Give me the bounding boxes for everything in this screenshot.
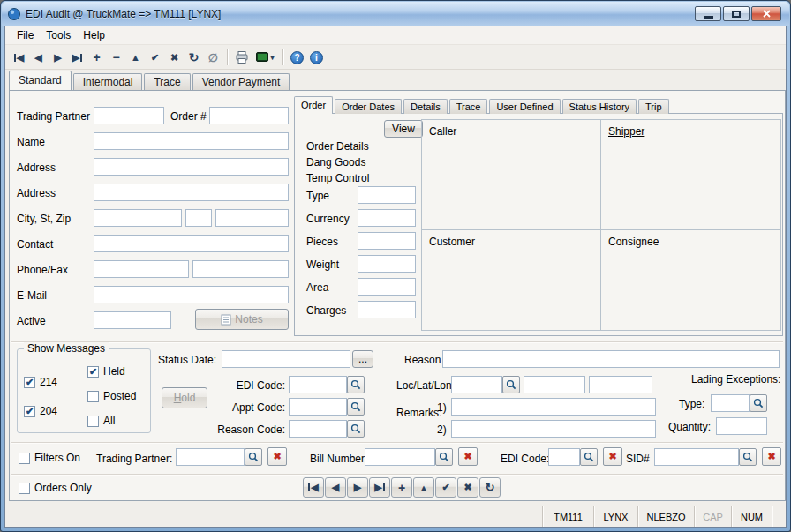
quantity-input[interactable] [716, 417, 767, 435]
checkbox-214[interactable]: ✔ [24, 377, 35, 388]
toolbar-next-button[interactable]: ▶ [49, 49, 67, 67]
tab-order-trace[interactable]: Trace [449, 99, 488, 114]
checkbox-held[interactable]: ✔ [87, 366, 99, 378]
orders-only-checkbox[interactable] [19, 483, 30, 494]
type-input[interactable] [358, 186, 416, 204]
status-date-browse-button[interactable]: ... [352, 350, 373, 368]
filter-sid-clear-button[interactable]: ✖ [762, 447, 781, 466]
nav-insert-button[interactable]: + [391, 477, 412, 498]
trading-partner-input[interactable] [94, 107, 164, 124]
pieces-input[interactable] [358, 232, 416, 250]
close-button[interactable] [751, 6, 781, 21]
notes-button[interactable]: Notes [195, 309, 289, 330]
nav-refresh-button[interactable]: ↻ [479, 477, 501, 498]
contact-input[interactable] [94, 235, 289, 252]
toolbar-cancel-button[interactable]: ✖ [165, 49, 184, 67]
lat-input[interactable] [524, 376, 585, 393]
weight-input[interactable] [358, 255, 416, 273]
tab-status-history[interactable]: Status History [562, 99, 637, 114]
lon-input[interactable] [589, 376, 652, 393]
filter-trading-partner-lookup-button[interactable] [245, 448, 262, 466]
filter-edi-code-lookup-button[interactable] [580, 448, 598, 466]
filter-bill-number-input[interactable] [365, 448, 435, 466]
minimize-button[interactable] [695, 6, 721, 21]
menu-help[interactable]: Help [77, 27, 111, 43]
reason-input[interactable] [442, 350, 780, 368]
filter-bill-number-clear-button[interactable]: ✖ [458, 447, 478, 466]
toolbar-insert-button[interactable]: + [87, 49, 106, 67]
edi-code-input[interactable] [289, 376, 347, 393]
tab-trip[interactable]: Trip [638, 99, 669, 114]
maximize-button[interactable] [723, 6, 750, 21]
reason-code-lookup-button[interactable] [347, 420, 365, 438]
filter-sid-lookup-button[interactable] [739, 448, 757, 466]
filter-sid-input[interactable] [654, 448, 739, 466]
toolbar-refresh-button[interactable]: ↻ [185, 49, 203, 67]
toolbar-info-button[interactable]: i [307, 49, 326, 67]
toolbar-prior-button[interactable]: ◀ [29, 49, 48, 67]
loc-lookup-button[interactable] [502, 376, 520, 393]
menu-file[interactable]: File [11, 27, 40, 43]
chevron-down-icon[interactable]: ▾ [270, 53, 275, 62]
filters-on-checkbox[interactable] [19, 453, 30, 464]
filter-bill-number-lookup-button[interactable] [435, 448, 453, 466]
edi-code-lookup-button[interactable] [347, 376, 365, 393]
remark1-input[interactable] [451, 398, 656, 416]
nav-last-button[interactable]: ▶ [369, 477, 390, 498]
nav-cancel-button[interactable]: ✖ [457, 477, 478, 498]
nav-prior-button[interactable]: ◀ [325, 477, 346, 498]
nav-edit-button[interactable]: ▲ [413, 477, 434, 498]
view-button[interactable]: View [384, 120, 423, 138]
fax-input[interactable] [192, 260, 289, 278]
tab-order-dates[interactable]: Order Dates [335, 99, 402, 114]
toolbar-print-button[interactable] [232, 49, 251, 67]
toolbar-edit-button[interactable]: ▲ [126, 49, 145, 67]
city-input[interactable] [94, 209, 182, 227]
toolbar-first-button[interactable]: ◀ [10, 49, 28, 67]
status-date-input[interactable] [222, 350, 350, 368]
nav-post-button[interactable]: ✔ [435, 477, 456, 498]
address1-input[interactable] [94, 158, 289, 176]
appt-code-input[interactable] [289, 398, 347, 416]
active-input[interactable] [94, 311, 171, 329]
tab-vendor-payment[interactable]: Vendor Payment [192, 73, 290, 90]
menu-tools[interactable]: Tools [40, 27, 77, 43]
checkbox-204[interactable]: ✔ [24, 406, 35, 417]
checkbox-all[interactable] [87, 416, 99, 427]
toolbar-last-button[interactable]: ▶ [68, 49, 87, 67]
email-input[interactable] [94, 286, 289, 303]
tab-user-defined[interactable]: User Defined [489, 99, 560, 114]
order-number-input[interactable] [209, 107, 289, 124]
toolbar-abort-button[interactable]: ∅ [204, 49, 222, 67]
phone-input[interactable] [94, 260, 189, 278]
area-input[interactable] [358, 278, 416, 296]
name-input[interactable] [94, 132, 289, 150]
lading-type-input[interactable] [711, 394, 750, 412]
toolbar-post-button[interactable]: ✔ [146, 49, 164, 67]
toolbar-terminal-button[interactable]: ▾ [252, 49, 278, 67]
tab-trace[interactable]: Trace [144, 73, 190, 90]
filter-edi-code-input[interactable] [548, 448, 580, 466]
appt-code-lookup-button[interactable] [347, 398, 365, 416]
reason-code-input[interactable] [289, 420, 347, 438]
tab-standard[interactable]: Standard [9, 71, 72, 90]
tab-details[interactable]: Details [403, 99, 448, 114]
lading-type-lookup-button[interactable] [750, 394, 767, 412]
currency-input[interactable] [358, 209, 416, 227]
toolbar-help-button[interactable]: ? [288, 49, 306, 67]
zip-input[interactable] [215, 209, 289, 227]
toolbar-delete-button[interactable]: − [107, 49, 125, 67]
charges-input[interactable] [358, 301, 416, 318]
state-input[interactable] [185, 209, 212, 227]
loc-input[interactable] [451, 376, 502, 393]
filter-trading-partner-clear-button[interactable]: ✖ [267, 447, 287, 466]
nav-next-button[interactable]: ▶ [347, 477, 368, 498]
filter-trading-partner-input[interactable] [176, 448, 245, 466]
checkbox-posted[interactable] [87, 391, 99, 402]
filter-edi-code-clear-button[interactable]: ✖ [603, 447, 622, 466]
nav-first-button[interactable]: ◀ [303, 477, 324, 498]
tab-order[interactable]: Order [294, 96, 333, 114]
remark2-input[interactable] [451, 420, 656, 438]
tab-intermodal[interactable]: Intermodal [73, 73, 143, 90]
address2-input[interactable] [94, 184, 289, 201]
